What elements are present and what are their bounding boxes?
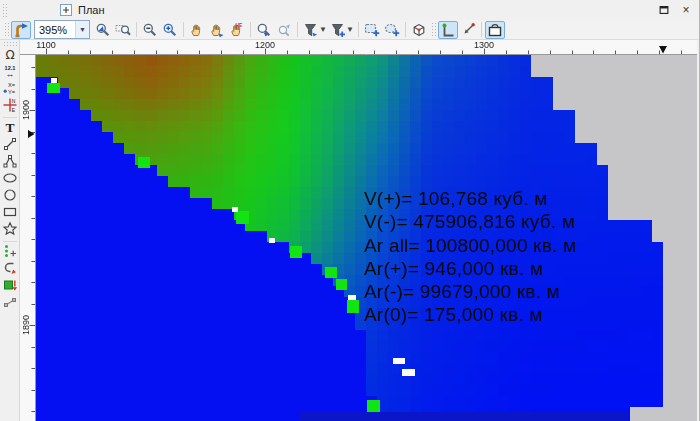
ellipse-tool-button[interactable] bbox=[1, 171, 19, 188]
polygon-tool-button[interactable] bbox=[1, 222, 19, 239]
marquee-rect-icon bbox=[364, 22, 380, 38]
zoom-out-button[interactable] bbox=[140, 21, 160, 39]
mag-plus-icon bbox=[162, 22, 178, 38]
titlebar-grip[interactable] bbox=[2, 3, 7, 17]
window-controls: × bbox=[657, 3, 699, 17]
horizontal-ruler bbox=[36, 40, 697, 55]
zoom-frame-button[interactable] bbox=[113, 21, 133, 39]
report-line: Ar(0)= 175,000 кв. м bbox=[364, 303, 576, 326]
toolbar-separator bbox=[136, 22, 137, 37]
snap-direction-button[interactable] bbox=[458, 21, 478, 39]
filter-apply-dropdown-arrow[interactable]: ▼ bbox=[319, 25, 327, 34]
svg-text:X=: X= bbox=[8, 82, 15, 88]
corner-green-icon bbox=[440, 22, 456, 38]
cube-icon bbox=[411, 22, 427, 38]
svg-text:Ω: Ω bbox=[5, 47, 14, 61]
segment-gray-icon bbox=[2, 294, 18, 314]
orbit-view-button[interactable]: Ω bbox=[1, 47, 19, 64]
plan-icon bbox=[13, 22, 29, 38]
hand-ne-icon: НЕ bbox=[229, 22, 245, 38]
restore-icon[interactable] bbox=[657, 3, 671, 17]
toolbar-grip[interactable] bbox=[431, 22, 436, 37]
vertical-ruler bbox=[20, 55, 36, 421]
filter-add-button[interactable] bbox=[328, 21, 348, 39]
toolbar-separator bbox=[297, 22, 298, 37]
cell-fill-button[interactable] bbox=[1, 278, 19, 295]
funnel-arrow-icon bbox=[303, 22, 319, 38]
select-rect-region-button[interactable] bbox=[362, 21, 382, 39]
report-line: V(-)= 475906,816 куб. м bbox=[364, 210, 576, 233]
pan-hand-button[interactable] bbox=[187, 21, 207, 39]
title-bar: План × bbox=[0, 0, 699, 21]
mag-fwd-icon bbox=[276, 22, 292, 38]
report-line: Ar(+)= 946,000 кв. м bbox=[364, 257, 576, 280]
zoom-value: 395% bbox=[35, 24, 75, 36]
svg-text:T: T bbox=[5, 120, 14, 135]
star-icon bbox=[2, 221, 18, 241]
tab-plan[interactable]: План bbox=[55, 1, 109, 19]
svg-text:N: N bbox=[11, 98, 15, 104]
north-east-cross-button[interactable]: NE bbox=[1, 98, 19, 115]
view-3d-button[interactable] bbox=[409, 21, 429, 39]
toolbar-separator bbox=[250, 22, 251, 37]
zoom-next-button[interactable] bbox=[274, 21, 294, 39]
basket-icon bbox=[487, 22, 503, 38]
report-line: Ar(-)= 99679,000 кв. м bbox=[364, 280, 576, 303]
filter-apply-button[interactable] bbox=[301, 21, 321, 39]
toolbar-grip[interactable] bbox=[4, 22, 9, 37]
toolbar-separator bbox=[358, 22, 359, 37]
app-window: План × 395%▼НЕ▼▼ Ω12.1↔X=Y=NET V(+)= 106… bbox=[0, 0, 700, 421]
plan-view-button[interactable] bbox=[11, 21, 31, 39]
hand-blue-icon bbox=[209, 22, 225, 38]
toolbar-separator bbox=[481, 22, 482, 37]
rect-tool-button[interactable] bbox=[1, 205, 19, 222]
pan-ne-button[interactable]: НЕ bbox=[227, 21, 247, 39]
tab-label: План bbox=[78, 4, 105, 16]
funnel-plus-icon bbox=[330, 22, 346, 38]
edit-segment-button[interactable] bbox=[1, 295, 19, 312]
curve-edit-button[interactable] bbox=[1, 261, 19, 278]
show-coordinates-button[interactable]: X=Y= bbox=[1, 81, 19, 98]
add-node-button[interactable] bbox=[1, 244, 19, 261]
zoom-combo[interactable]: 395%▼ bbox=[34, 20, 90, 39]
ortho-mode-button[interactable] bbox=[438, 21, 458, 39]
report-line: Ar all= 100800,000 кв. м bbox=[364, 234, 576, 257]
ne-cross-icon: NE bbox=[2, 97, 18, 117]
marquee-ellipse-icon bbox=[384, 22, 400, 38]
pan-drag-button[interactable] bbox=[207, 21, 227, 39]
mag-minus-icon bbox=[142, 22, 158, 38]
svg-text:Y=: Y= bbox=[8, 88, 15, 94]
line-tool-button[interactable] bbox=[1, 137, 19, 154]
zoom-previous-button[interactable] bbox=[254, 21, 274, 39]
polyline-tool-button[interactable] bbox=[1, 154, 19, 171]
svg-text:E: E bbox=[11, 106, 15, 112]
report-line: V(+)= 106,768 куб. м bbox=[364, 187, 576, 210]
toolbar-separator bbox=[405, 22, 406, 37]
text-tool-button[interactable]: T bbox=[1, 120, 19, 137]
measure-distance-button[interactable]: 12.1↔ bbox=[1, 64, 19, 81]
svg-text:↔: ↔ bbox=[5, 69, 14, 79]
arrow-red-icon bbox=[460, 22, 476, 38]
select-ellipse-region-button[interactable] bbox=[382, 21, 402, 39]
close-icon[interactable]: × bbox=[679, 3, 693, 17]
volume-report: V(+)= 106,768 куб. м V(-)= 475906,816 ку… bbox=[364, 187, 576, 327]
ruler-corner bbox=[20, 40, 36, 55]
collector-button[interactable] bbox=[485, 21, 505, 39]
zoom-selection-button[interactable] bbox=[93, 21, 113, 39]
drawing-toolbar: Ω12.1↔X=Y=NET bbox=[0, 40, 20, 421]
zoom-in-button[interactable] bbox=[160, 21, 180, 39]
zoom-combo-arrow[interactable]: ▼ bbox=[75, 21, 89, 38]
mag-back-icon bbox=[256, 22, 272, 38]
main-toolbar: 395%▼НЕ▼▼ bbox=[0, 20, 699, 40]
hand-icon bbox=[189, 22, 205, 38]
toolbar-separator bbox=[183, 22, 184, 37]
mag-wedge-icon bbox=[95, 22, 111, 38]
mag-frame-icon bbox=[115, 22, 131, 38]
svg-text:НЕ: НЕ bbox=[236, 22, 243, 27]
circle-tool-button[interactable] bbox=[1, 188, 19, 205]
filter-add-dropdown-arrow[interactable]: ▼ bbox=[346, 25, 354, 34]
plan-tab-icon bbox=[59, 3, 73, 17]
